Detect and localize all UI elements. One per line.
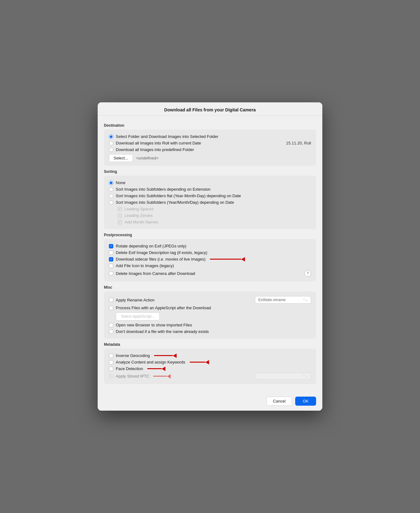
pp-option-3-label: Add File Icon to Images (legacy) (116, 263, 174, 268)
rename-dropdown[interactable]: Exifdate.rename ⌃⌄ (255, 296, 311, 304)
pp-option-2-label: Download sidecar files (i.e. movies of l… (116, 257, 206, 261)
iptc-dropdown: ⌃⌄ (255, 373, 311, 379)
postprocessing-label: Postprocessing (104, 233, 316, 237)
cb-leading-zeroes (118, 213, 122, 218)
cb-leading-spaces (118, 207, 122, 211)
cb-iptc (109, 374, 113, 379)
iptc-chevron-icon: ⌃⌄ (303, 374, 308, 378)
sorting-option-2[interactable]: Sort Images into Subfolders flat (Year-M… (109, 193, 311, 199)
cb-geocoding[interactable] (109, 354, 113, 358)
title-bar: Download all Files from your Digital Cam… (98, 102, 322, 116)
sorting-sub-0-label: Leading Spaces (125, 207, 154, 211)
cb-rename[interactable] (109, 298, 113, 302)
radio-flat[interactable] (109, 194, 113, 198)
ok-button[interactable]: OK (295, 397, 316, 406)
destination-label: Destination (104, 123, 316, 128)
misc-option-1[interactable]: Process Files with an AppleScript after … (109, 305, 311, 311)
sorting-option-0-label: None (116, 180, 125, 185)
cb-no-duplicate[interactable] (109, 330, 113, 334)
sorting-option-1-label: Sort Images into Subfolders depending on… (116, 187, 211, 192)
radio-extension[interactable] (109, 187, 113, 192)
sorting-option-1[interactable]: Sort Images into Subfolders depending on… (109, 186, 311, 193)
sorting-sub-2-label: Add Month Names (125, 220, 158, 224)
rename-dropdown-value: Exifdate.rename (258, 298, 286, 302)
metadata-box: Inverse Geocoding Analyze Content and as… (104, 349, 316, 384)
destination-select-row: Select... <undefined> (109, 154, 311, 162)
radio-select-folder[interactable] (109, 134, 113, 139)
applescript-select-row: Select AppleScript... (109, 311, 311, 320)
select-applescript-button[interactable]: Select AppleScript... (116, 312, 160, 320)
sorting-box: None Sort Images into Subfolders dependi… (104, 176, 316, 229)
meta-option-3-label: Apply Stored IPTC (116, 374, 149, 379)
misc-option-0[interactable]: Apply Rename Action Exifdate.rename ⌃⌄ (109, 295, 311, 305)
chevron-down-icon: ⌃⌄ (303, 298, 308, 302)
pp-option-4-inner: Delete Images from Camera after Download (109, 271, 195, 276)
radio-predefined[interactable] (109, 148, 113, 152)
help-button[interactable]: ? (304, 270, 311, 277)
meta-option-2[interactable]: Face Detection (109, 365, 311, 372)
cb-sidecar[interactable] (109, 257, 113, 261)
pp-option-1-label: Delete Exif Image Description tag (if ex… (116, 250, 207, 255)
pp-option-0[interactable]: Rotate depending on Exif (JPEGs only) (109, 243, 311, 249)
metadata-label: Metadata (104, 342, 316, 347)
cancel-button[interactable]: Cancel (266, 397, 292, 406)
misc-label: Misc (104, 285, 316, 290)
misc-option-0-inner: Apply Rename Action (109, 298, 154, 302)
cb-add-month-names (118, 220, 122, 224)
pp-option-4-label: Delete Images from Camera after Download (116, 271, 195, 276)
misc-option-3[interactable]: Don't download if a file with the name a… (109, 328, 311, 335)
radio-yearmonthday[interactable] (109, 200, 113, 205)
radio-roll[interactable] (109, 141, 113, 145)
cb-new-browser[interactable] (109, 323, 113, 327)
meta-option-0-label: Inverse Geocoding (116, 353, 150, 358)
footer: Cancel OK (98, 392, 322, 411)
sorting-sub-1: Leading Zeroes (118, 212, 311, 219)
pp-option-2[interactable]: Download sidecar files (i.e. movies of l… (109, 256, 311, 262)
select-folder-button[interactable]: Select... (109, 154, 133, 162)
destination-option-2-label: Download all Images into predefined Fold… (116, 147, 194, 152)
meta-option-2-label: Face Detection (116, 366, 143, 371)
cb-file-icon[interactable] (109, 264, 113, 268)
cb-rotate[interactable] (109, 244, 113, 248)
meta-option-0[interactable]: Inverse Geocoding (109, 352, 311, 359)
sorting-option-3[interactable]: Sort Images into Subfolders (Year/Month/… (109, 199, 311, 206)
destination-option-1[interactable]: Download all Images into Roll with curre… (109, 140, 311, 146)
misc-option-2-label: Open new Browser to show imported Files (116, 323, 192, 327)
cb-delete-camera[interactable] (109, 271, 113, 276)
dialog: Download all Files from your Digital Cam… (98, 102, 322, 411)
meta-option-1[interactable]: Analyze Content and assign Keywords (109, 359, 311, 365)
cb-face[interactable] (109, 367, 113, 371)
destination-option-0[interactable]: Select Folder and Download Images into S… (109, 133, 311, 140)
misc-option-1-label: Process Files with an AppleScript after … (116, 305, 211, 310)
undefined-text: <undefined> (136, 156, 159, 160)
sorting-sub-2: Add Month Names (118, 219, 311, 225)
iptc-arrow (153, 374, 171, 379)
sidecar-arrow (210, 257, 245, 261)
sorting-option-2-label: Sort Images into Subfolders flat (Year-M… (116, 193, 241, 198)
pp-option-3[interactable]: Add File Icon to Images (legacy) (109, 262, 311, 269)
destination-option-2[interactable]: Download all Images into predefined Fold… (109, 146, 311, 153)
iptc-arrow-row: Apply Stored IPTC (116, 374, 171, 379)
sorting-sub-0: Leading Spaces (118, 206, 311, 212)
sorting-option-0[interactable]: None (109, 179, 311, 186)
dialog-content: Destination Select Folder and Download I… (98, 116, 322, 392)
destination-option-0-label: Select Folder and Download Images into S… (116, 134, 218, 139)
sorting-sub-1-label: Leading Zeroes (125, 213, 153, 218)
roll-date: 15.11.20, Roll (286, 141, 311, 145)
misc-option-3-label: Don't download if a file with the name a… (116, 329, 209, 334)
keywords-arrow (190, 360, 209, 364)
sorting-option-3-label: Sort Images into Subfolders (Year/Month/… (116, 200, 234, 205)
pp-option-1[interactable]: Delete Exif Image Description tag (if ex… (109, 249, 311, 256)
destination-box: Select Folder and Download Images into S… (104, 129, 316, 166)
pp-option-4[interactable]: Delete Images from Camera after Download… (109, 269, 311, 278)
dialog-title: Download all Files from your Digital Cam… (104, 107, 316, 112)
radio-none[interactable] (109, 181, 113, 185)
cb-delete-exif[interactable] (109, 251, 113, 255)
pp-option-0-label: Rotate depending on Exif (JPEGs only) (116, 244, 186, 248)
sorting-label: Sorting (104, 169, 316, 174)
cb-keywords[interactable] (109, 360, 113, 364)
misc-option-2[interactable]: Open new Browser to show imported Files (109, 322, 311, 328)
cb-applescript[interactable] (109, 306, 113, 310)
face-arrow (147, 367, 165, 371)
meta-option-3: Apply Stored IPTC ⌃⌄ (109, 372, 311, 380)
